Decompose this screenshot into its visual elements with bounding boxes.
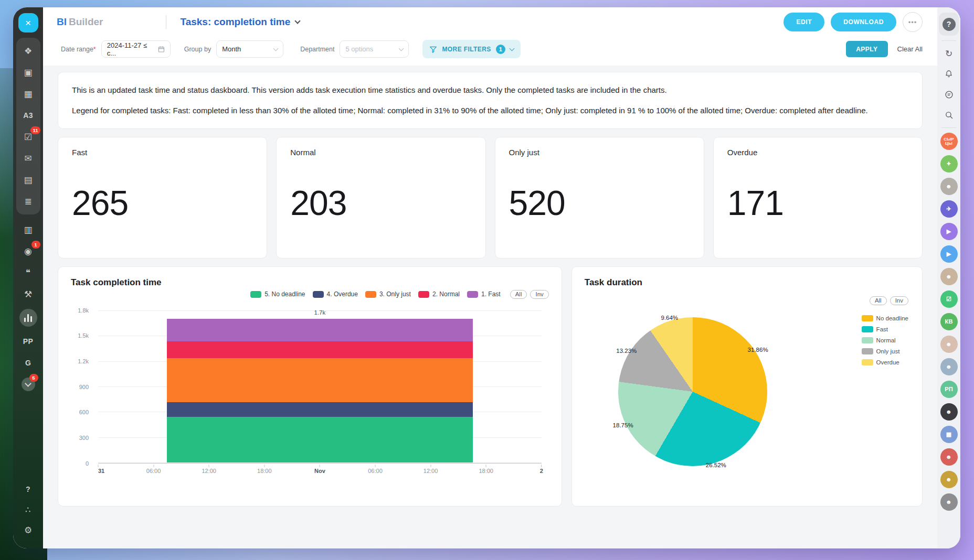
legend-item[interactable]: Overdue — [862, 359, 908, 365]
legend-item[interactable]: 1. Fast — [467, 290, 501, 298]
dock-item-id-card[interactable]: ▥ — [19, 223, 37, 236]
pie-graphic — [618, 317, 767, 466]
legend-item[interactable]: Only just — [862, 348, 908, 354]
document-icon: ▤ — [24, 176, 32, 185]
dock-item-calendar[interactable]: ▦ — [19, 87, 37, 101]
robot-icon: ◉ — [24, 247, 32, 256]
legend-item[interactable]: 2. Normal — [418, 290, 460, 298]
dock-item-chat[interactable]: ❝ — [19, 266, 37, 279]
legend-toggle-all[interactable]: All — [510, 290, 527, 299]
more-filters-button[interactable]: MORE FILTERS 1 — [422, 40, 520, 58]
legend-item[interactable]: No deadline — [862, 315, 908, 321]
avatar[interactable]: ▦ — [940, 426, 958, 443]
legend-label: 1. Fast — [481, 290, 501, 298]
avatar[interactable]: ✦ — [940, 155, 958, 173]
avatar[interactable]: ✈ — [940, 200, 958, 218]
history-refresh-button[interactable]: ↻ — [941, 46, 957, 61]
search-icon — [945, 111, 954, 120]
avatar[interactable]: ☻ — [940, 268, 958, 285]
dock-item-drive[interactable]: ≣ — [19, 195, 37, 208]
search-button[interactable] — [941, 107, 957, 123]
dock-item-document[interactable]: ▤ — [19, 173, 37, 187]
avatar[interactable]: ☻ — [940, 178, 958, 195]
kpi-card-only-just: Only just 520 — [495, 137, 704, 259]
app-window: × ❖▣▦A3☑11✉▤≣▥◉1❝⚒PPG5?∴⚙ BIBuilder Task… — [13, 7, 960, 548]
stacked-bar[interactable] — [167, 319, 473, 463]
org-network-icon: ∴ — [25, 505, 31, 514]
dashboard-content: This is an updated task time and status … — [43, 66, 937, 548]
legend-swatch — [862, 337, 873, 343]
more-menu-button[interactable]: ••• — [903, 12, 923, 32]
header-divider — [166, 15, 166, 29]
legend-item[interactable]: 3. Only just — [365, 290, 411, 298]
logo-primary: BI — [57, 16, 67, 27]
calendar-icon: ▦ — [24, 90, 32, 99]
department-select[interactable]: 5 options — [340, 40, 409, 58]
notification-badge: 1 — [31, 241, 40, 249]
legend-toggle-inv[interactable]: Inv — [530, 290, 548, 299]
avatar[interactable]: ☻ — [940, 493, 958, 511]
dock-item-g[interactable]: G — [19, 356, 37, 370]
messages-button[interactable] — [941, 87, 957, 102]
avatar[interactable]: КВ — [940, 313, 958, 330]
avatar[interactable]: ☻ — [940, 358, 958, 375]
avatar[interactable]: ▶ — [940, 245, 958, 263]
legend-item[interactable]: 4. Overdue — [313, 290, 358, 298]
dock-item-browser-window[interactable]: ▣ — [19, 66, 37, 79]
clear-all-button[interactable]: Clear All — [897, 45, 923, 53]
chevron-down-icon — [509, 46, 514, 51]
legend-toggle-inv[interactable]: Inv — [890, 296, 908, 305]
bar-total-label: 1.7k — [314, 309, 326, 316]
dashboard-title-dropdown[interactable]: Tasks: completion time — [180, 16, 300, 28]
tasks-icon: ☑ — [24, 133, 32, 142]
pie-chart[interactable]: 31.86%26.52%18.75%13.23%9.64% — [618, 317, 767, 466]
avatar[interactable]: ☻ — [940, 403, 958, 421]
dock-item-share-network[interactable]: ❖ — [19, 44, 37, 58]
avatar[interactable]: ☑ — [940, 290, 958, 308]
avatar[interactable]: ▶ — [940, 223, 958, 240]
legend-swatch — [365, 291, 376, 298]
bar-segment-overdue[interactable] — [167, 402, 473, 417]
bar-segment-normal[interactable] — [167, 341, 473, 359]
avatar[interactable]: РП — [940, 381, 958, 398]
avatar[interactable]: ☻ — [940, 471, 958, 488]
legend-swatch — [862, 326, 873, 332]
kpi-card-overdue: Overdue 171 — [713, 137, 923, 259]
download-button[interactable]: DOWNLOAD — [831, 13, 896, 31]
a3-icon: A3 — [23, 112, 33, 119]
notifications-button[interactable] — [941, 66, 957, 82]
dock-item-bi-builder[interactable] — [19, 309, 37, 327]
dock-item-robot[interactable]: ◉1 — [19, 244, 37, 258]
bar-segment-onlyjust[interactable] — [167, 358, 473, 402]
legend-item[interactable]: 5. No deadline — [250, 290, 305, 298]
date-range-input[interactable]: 2024-11-27 ≤ c... — [101, 40, 171, 58]
help-button[interactable]: ? — [943, 18, 956, 31]
contact-avatars: СЫР ЦЫ✦☻✈▶▶☻☑КВ☻☻РП☻▦☻☻☻ — [940, 133, 958, 511]
close-button[interactable]: × — [18, 13, 38, 33]
avatar[interactable]: ☻ — [940, 448, 958, 466]
dock-item-tasks[interactable]: ☑11 — [19, 130, 37, 144]
avatar[interactable]: СЫР ЦЫ — [940, 133, 958, 150]
refresh-clock-icon: ↻ — [945, 48, 952, 59]
bar-segment-nodeadline[interactable] — [167, 417, 473, 462]
apply-button[interactable]: APPLY — [846, 41, 887, 57]
y-tick-label: 1.8k — [78, 307, 89, 314]
dock-item-help[interactable]: ? — [19, 482, 37, 496]
dock-item-settings[interactable]: ⚙ — [19, 523, 37, 537]
filter-count-badge: 1 — [496, 45, 505, 54]
dock-item-mail[interactable]: ✉ — [19, 152, 37, 165]
legend-item[interactable]: Normal — [862, 337, 908, 343]
dock-item-check-in[interactable]: 5 — [22, 378, 35, 391]
legend-toggle-all[interactable]: All — [870, 296, 887, 305]
bar-segment-fast[interactable] — [167, 319, 473, 341]
dock-item-a3[interactable]: A3 — [19, 109, 37, 122]
legend-item[interactable]: Fast — [862, 326, 908, 332]
dock-item-org-network[interactable]: ∴ — [19, 503, 37, 516]
dock-item-pp[interactable]: PP — [19, 335, 37, 348]
edit-button[interactable]: EDIT — [784, 13, 824, 31]
avatar[interactable]: ☻ — [940, 336, 958, 353]
dock-item-wrench[interactable]: ⚒ — [19, 287, 37, 301]
pie-slice-label: 9.64% — [661, 315, 678, 321]
chevron-down-icon — [399, 46, 404, 51]
group-by-select[interactable]: Month — [216, 40, 283, 58]
